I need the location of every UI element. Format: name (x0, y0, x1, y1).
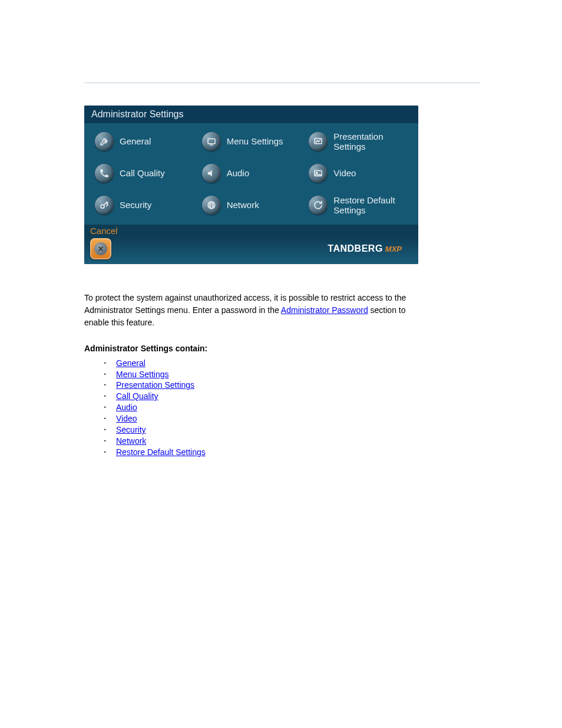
phone-icon (95, 164, 114, 183)
link-audio[interactable]: Audio (116, 403, 137, 412)
menu-item-menu-settings[interactable]: Menu Settings (202, 129, 307, 154)
link-presentation-settings[interactable]: Presentation Settings (116, 380, 194, 390)
image-icon (309, 164, 328, 183)
panel-title: Administrator Settings (84, 106, 418, 123)
link-video[interactable]: Video (116, 414, 137, 423)
list-item: Audio (104, 402, 480, 413)
brand-sub: MXP (385, 245, 402, 253)
list-item: Menu Settings (104, 369, 480, 380)
brand-main: TANDBERG (328, 243, 382, 254)
close-icon (94, 242, 107, 255)
chart-icon (309, 132, 328, 151)
menu-item-call-quality[interactable]: Call Quality (95, 161, 200, 186)
menu-item-security[interactable]: Security (95, 193, 200, 218)
speaker-icon (202, 164, 221, 183)
list-item: Restore Default Settings (104, 447, 480, 458)
monitor-icon (202, 132, 221, 151)
list-item: Video (104, 413, 480, 424)
link-restore-defaults[interactable]: Restore Default Settings (116, 447, 206, 457)
menu-item-label: Security (120, 200, 151, 210)
link-menu-settings[interactable]: Menu Settings (116, 370, 169, 379)
body-line1: To protect the system against unauthoriz… (84, 293, 406, 302)
globe-icon (202, 196, 221, 215)
body-line3: enable this feature. (84, 318, 154, 327)
section-rule (84, 83, 480, 83)
list-item: Call Quality (104, 391, 480, 402)
panel-footer: TANDBERG MXP (84, 236, 418, 264)
link-call-quality[interactable]: Call Quality (116, 391, 158, 401)
list-item: Security (104, 424, 480, 436)
key-icon (95, 196, 114, 215)
list-item: Presentation Settings (104, 380, 480, 391)
link-general[interactable]: General (116, 358, 146, 368)
brand-logo: TANDBERG MXP (328, 243, 402, 254)
list-item: General (104, 358, 480, 369)
link-list: General Menu Settings Presentation Setti… (84, 358, 480, 458)
svg-rect-0 (208, 139, 215, 144)
list-item: Network (104, 436, 480, 447)
subheading: Administrator Settings contain: (84, 344, 480, 353)
menu-item-label: Video (333, 168, 356, 178)
menu-item-general[interactable]: General (95, 129, 200, 154)
menu-item-label: Presentation Settings (333, 131, 398, 152)
admin-password-link[interactable]: Administrator Password (281, 305, 368, 315)
cancel-button[interactable] (90, 238, 111, 259)
menu-item-label: Restore Default Settings (333, 195, 398, 216)
menu-item-restore-defaults[interactable]: Restore Default Settings (309, 193, 414, 218)
menu-item-label: Audio (227, 168, 249, 178)
panel-grid: General Menu Settings Presentation Setti… (84, 123, 418, 225)
refresh-icon (309, 196, 328, 215)
menu-item-presentation-settings[interactable]: Presentation Settings (309, 129, 414, 154)
menu-item-label: General (120, 136, 151, 146)
body-line2-prefix: Administrator Settings menu. Enter a pas… (84, 305, 281, 315)
menu-item-label: Menu Settings (227, 136, 283, 146)
link-security[interactable]: Security (116, 425, 146, 434)
cancel-label: Cancel (84, 225, 418, 236)
admin-settings-panel: Administrator Settings General Menu Sett… (84, 106, 418, 264)
menu-item-video[interactable]: Video (309, 161, 414, 186)
menu-item-label: Network (227, 200, 259, 210)
link-network[interactable]: Network (116, 436, 146, 446)
menu-item-audio[interactable]: Audio (202, 161, 307, 186)
menu-item-label: Call Quality (120, 168, 165, 178)
menu-item-network[interactable]: Network (202, 193, 307, 218)
body-line2-suffix: section to (368, 305, 406, 315)
wrench-icon (95, 132, 114, 151)
body-paragraph: To protect the system against unauthoriz… (84, 292, 480, 328)
